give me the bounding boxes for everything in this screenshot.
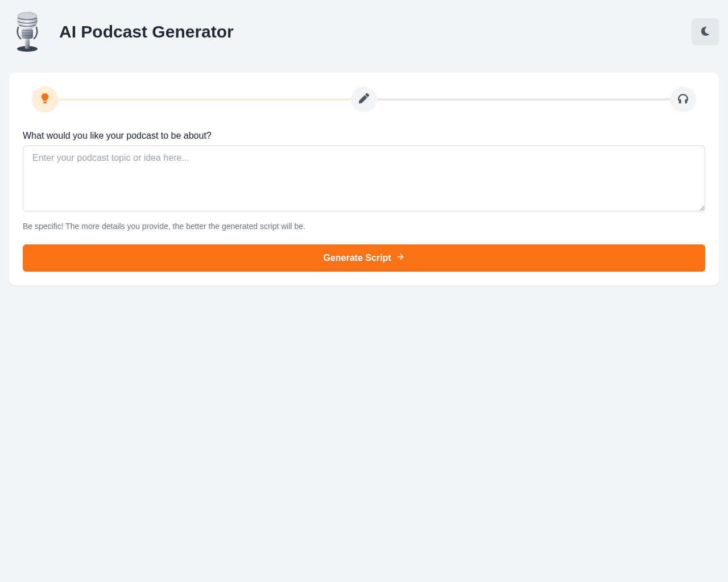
- connector-1: [58, 98, 351, 101]
- svg-rect-4: [22, 28, 33, 39]
- prompt-label: What would you like your podcast to be a…: [23, 131, 705, 141]
- generate-button-label: Generate Script: [323, 253, 391, 263]
- step-edit[interactable]: [351, 86, 377, 113]
- moon-icon: [701, 27, 710, 38]
- headphones-icon: [678, 93, 688, 106]
- main-card: What would you like your podcast to be a…: [9, 73, 719, 285]
- microphone-logo: [9, 9, 46, 55]
- step-listen[interactable]: [670, 86, 696, 113]
- generate-script-button[interactable]: Generate Script: [23, 244, 705, 272]
- connector-2: [377, 98, 670, 101]
- topic-textarea[interactable]: [23, 146, 705, 211]
- header-left: AI Podcast Generator: [9, 9, 234, 55]
- svg-rect-1: [25, 38, 30, 49]
- lightbulb-icon: [40, 93, 50, 106]
- theme-toggle-button[interactable]: [692, 18, 719, 45]
- page-title: AI Podcast Generator: [59, 22, 234, 41]
- arrow-right-icon: [396, 252, 405, 264]
- topic-form: What would you like your podcast to be a…: [23, 131, 705, 272]
- svg-point-3: [18, 13, 37, 19]
- step-topic[interactable]: [32, 86, 58, 113]
- header: AI Podcast Generator: [0, 0, 728, 64]
- helper-text: Be specific! The more details you provid…: [23, 222, 705, 231]
- stepper: [23, 86, 705, 113]
- pencil-icon: [359, 93, 369, 106]
